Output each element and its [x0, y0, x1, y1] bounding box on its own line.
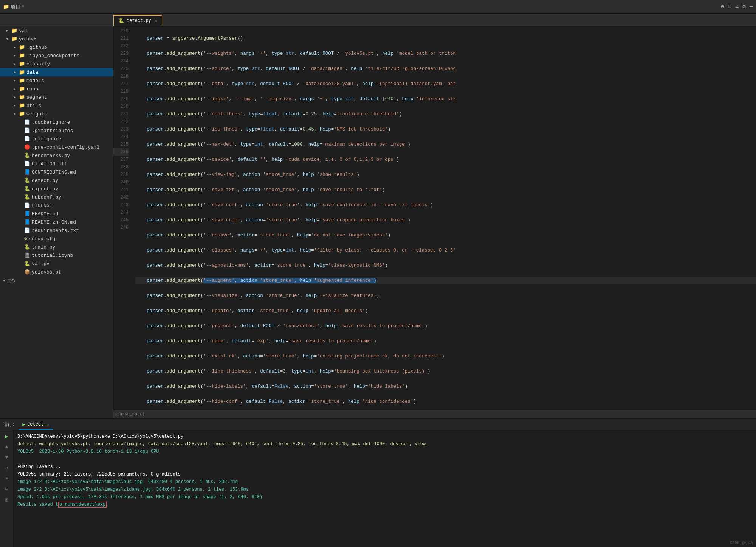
tree-item-detect[interactable]: ▶ 🐍 detect.py: [0, 176, 113, 185]
file-icon: 🐍: [24, 177, 30, 183]
tree-item-dockerignore[interactable]: ▶ 📄 .dockerignore: [0, 118, 113, 126]
tree-item-license[interactable]: ▶ 📄 LICENSE: [0, 201, 113, 210]
tree-item-precommit[interactable]: ▶ 🔴 .pre-commit-config.yaml: [0, 143, 113, 151]
folder-icon: 📁: [11, 28, 17, 34]
run-trash-button[interactable]: 🗑: [2, 496, 12, 504]
run-list-button[interactable]: ≡: [2, 474, 12, 483]
tab-bar-left: [0, 14, 113, 26]
terminal-output: D:\ANACONDA\envs\yolov5\python.exe D:\AI…: [14, 430, 756, 547]
file-icon: 📘: [24, 219, 30, 225]
tree-label: README.zh-CN.md: [32, 219, 76, 225]
file-icon: 📄: [24, 161, 30, 167]
terminal-line-9: Speed: 1.0ms pre-process, 178.3ms infere…: [17, 493, 752, 501]
toolbar-icons: ⚙ ≡ ⇌ ⚙ —: [721, 3, 753, 10]
config-icon[interactable]: ⚙: [742, 3, 746, 10]
run-search-button[interactable]: ⊟: [2, 485, 12, 493]
tree-label: LICENSE: [32, 203, 53, 208]
tree-item-citation[interactable]: ▶ 📄 CITATION.cff: [0, 160, 113, 168]
expand-arrow: ▶: [14, 112, 19, 116]
tree-item-runs[interactable]: ▶ 📁 runs: [0, 85, 113, 93]
tree-item-tutorial[interactable]: ▶ 📓 tutorial.ipynb: [0, 251, 113, 260]
tree-item-weights[interactable]: ▶ 📁 weights: [0, 110, 113, 118]
folder-icon: 📁: [19, 94, 25, 100]
tree-item-classify[interactable]: ▶ 📁 classify: [0, 60, 113, 68]
tree-item-contributing[interactable]: ▶ 📘 CONTRIBUTING.md: [0, 168, 113, 176]
file-icon: 📓: [24, 252, 30, 258]
tree-item-utils[interactable]: ▶ 📁 utils: [0, 101, 113, 110]
expand-arrow: ▶: [14, 70, 19, 75]
tab-close-icon[interactable]: ✕: [155, 19, 158, 23]
terminal-tab-close[interactable]: ✕: [47, 422, 49, 427]
expand-arrow: ▶: [14, 45, 19, 50]
tree-label: .gitattributes: [32, 128, 73, 134]
tree-item-gitignore[interactable]: ▶ 📄 .gitignore: [0, 135, 113, 143]
run-play-button[interactable]: ▶: [2, 432, 12, 440]
folder-icon: 📁: [19, 53, 25, 59]
tree-item-github[interactable]: ▶ 📁 .github: [0, 43, 113, 51]
tree-item-hubconf[interactable]: ▶ 🐍 hubconf.py: [0, 193, 113, 201]
tree-item-val[interactable]: ▶ 🐍 val.py: [0, 260, 113, 268]
list-icon[interactable]: ≡: [728, 3, 731, 10]
file-icon: 🐍: [24, 152, 30, 159]
tree-item-segment[interactable]: ▶ 📁 segment: [0, 93, 113, 101]
file-icon: ⚙: [24, 236, 27, 242]
code-content-area: 220221222223 224225226227 228229230231 2…: [113, 26, 756, 409]
tree-item-val[interactable]: ▶ 📁 val: [0, 26, 113, 35]
expand-arrow: ▶: [14, 103, 19, 108]
tree-item-benchmarks[interactable]: ▶ 🐍 benchmarks.py: [0, 151, 113, 160]
folder-icon: 📁: [3, 4, 9, 10]
tree-label: data: [26, 70, 38, 75]
tree-label: models: [26, 78, 44, 84]
tree-label: export.py: [32, 186, 58, 192]
terminal-line-2: detect: weights=yolov5s.pt, source=data/…: [17, 440, 752, 448]
tree-label: runs: [26, 86, 38, 92]
folder-icon: 📁: [19, 86, 25, 92]
minus-icon[interactable]: —: [750, 3, 753, 10]
tree-label: weights: [26, 111, 47, 117]
terminal-tab-label: detect: [27, 422, 43, 427]
tree-item-train[interactable]: ▶ 🐍 train.py: [0, 243, 113, 251]
run-label: 运行:: [3, 421, 15, 428]
terminal-detect-tab[interactable]: ▶ detect ✕: [19, 420, 53, 430]
folder-icon: 📁: [19, 111, 25, 117]
tree-label: .gitignore: [32, 136, 61, 142]
breadcrumb-text: parse_opt(): [117, 412, 145, 416]
tree-label: benchmarks.py: [32, 153, 70, 159]
file-tree-sidebar: ▶ 📁 val ▼ 📁 yolov5 ▶ 📁 .github ▶ 📁 .ipyn…: [0, 14, 113, 418]
tree-item-export[interactable]: ▶ 🐍 export.py: [0, 185, 113, 193]
tree-item-yolov5[interactable]: ▼ 📁 yolov5: [0, 35, 113, 43]
tree-item-ipynb-checkpoints[interactable]: ▶ 📁 .ipynb_checkpoints: [0, 51, 113, 60]
tree-label: classify: [26, 61, 50, 67]
tree-item-readme-cn[interactable]: ▶ 📘 README.zh-CN.md: [0, 218, 113, 226]
project-section[interactable]: 📁 项目 ▼: [3, 3, 24, 10]
tree-item-requirements[interactable]: ▶ 📄 requirements.txt: [0, 226, 113, 235]
folder-icon: 📁: [11, 36, 17, 42]
terminal-line-4: [17, 455, 752, 463]
terminal-line-7: image 1/2 D:\AI\zxs\yolov5\data\images\b…: [17, 478, 752, 486]
tree-item-models[interactable]: ▶ 📁 models: [0, 76, 113, 85]
settings-icon[interactable]: ⚙: [721, 3, 724, 10]
tree-label: .ipynb_checkpoints: [26, 53, 79, 59]
sync-icon[interactable]: ⇌: [735, 3, 739, 10]
run-rerun-button[interactable]: ↺: [2, 464, 12, 472]
code-text[interactable]: parser = argparse.ArgumentParser() parse…: [132, 26, 756, 409]
tree-item-setup[interactable]: ▶ ⚙ setup.cfg: [0, 235, 113, 243]
file-icon: 📘: [24, 211, 30, 217]
file-icon: 🐍: [24, 186, 30, 192]
expand-arrow: ▶: [14, 95, 19, 99]
tree-item-yolov5s[interactable]: ▶ 📦 yolov5s.pt: [0, 268, 113, 276]
tree-item-readme[interactable]: ▶ 📘 README.md: [0, 210, 113, 218]
tree-item-data[interactable]: ▶ 📁 data: [0, 68, 113, 76]
run-down-button[interactable]: ▼: [2, 453, 12, 462]
terminal-line-8: image 2/2 D:\AI\zxs\yolov5\data\images\z…: [17, 486, 752, 493]
file-icon: 🐍: [24, 261, 30, 267]
tree-label: detect.py: [32, 178, 58, 183]
run-up-button[interactable]: ▲: [2, 443, 12, 451]
file-icon: 📄: [24, 127, 30, 134]
tree-item-gitattributes[interactable]: ▶ 📄 .gitattributes: [0, 126, 113, 135]
detect-tab[interactable]: 🐍 detect.py ✕: [113, 15, 162, 26]
code-breadcrumb: parse_opt(): [113, 409, 756, 418]
expand-arrow: ▶: [14, 87, 19, 91]
expand-arrow: ▶: [14, 62, 19, 66]
workspace-section[interactable]: ▼ 工作: [0, 276, 113, 285]
